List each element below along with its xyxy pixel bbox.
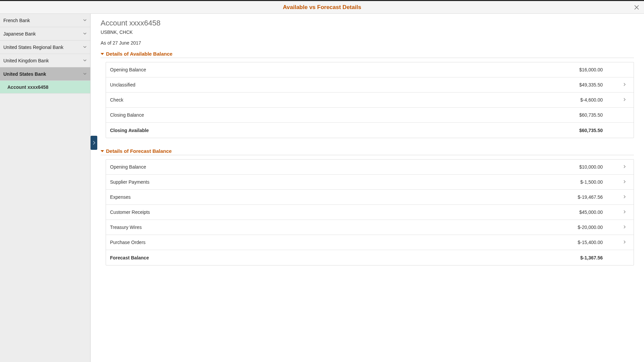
as-of-date: As of 27 June 2017 (101, 40, 634, 46)
row-value: $-4,600.00 (569, 97, 620, 103)
row-label: Supplier Payments (110, 179, 569, 185)
sidebar-bank-item[interactable]: French Bank (0, 14, 90, 27)
section-header-available[interactable]: Details of Available Balance (101, 51, 634, 58)
sidebar-collapse-handle[interactable] (91, 136, 97, 150)
chevron-right-icon (620, 179, 630, 185)
section-header-forecast[interactable]: Details of Forecast Balance (101, 148, 634, 155)
bank-label: French Bank (3, 18, 30, 23)
bank-label: United Kingdom Bank (3, 58, 49, 63)
chevron-down-icon (83, 71, 87, 77)
row-value: $-1,367.56 (569, 255, 620, 260)
section-title-forecast: Details of Forecast Balance (106, 148, 172, 154)
table-row[interactable]: Purchase Orders$-15,400.00 (106, 235, 634, 250)
available-table: Opening Balance$16,000.00Unclassified$49… (106, 62, 634, 138)
forecast-table: Opening Balance$10,000.00Supplier Paymen… (106, 159, 634, 265)
row-value: $45,000.00 (569, 209, 620, 215)
chevron-down-icon (83, 18, 87, 23)
sidebar-bank-item[interactable]: United Kingdom Bank (0, 54, 90, 67)
table-row[interactable]: Unclassified$49,335.50 (106, 77, 634, 93)
header: Available vs Forecast Details (0, 1, 644, 14)
page-title: Available vs Forecast Details (283, 4, 361, 11)
row-label: Expenses (110, 194, 569, 200)
container: French BankJapanese BankUnited States Re… (0, 14, 644, 362)
row-label: Closing Available (110, 128, 569, 133)
chevron-right-icon (620, 225, 630, 230)
bank-label: United States Bank (3, 71, 46, 77)
table-row: Opening Balance$16,000.00 (106, 62, 634, 77)
account-title: Account xxxx6458 (101, 19, 634, 27)
table-row[interactable]: Treasury Wires$-20,000.00 (106, 220, 634, 235)
row-value: $16,000.00 (569, 67, 620, 72)
close-button[interactable] (633, 3, 641, 11)
table-row: Forecast Balance$-1,367.56 (106, 250, 634, 265)
row-label: Customer Receipts (110, 209, 569, 215)
sidebar-account-item[interactable]: Account xxxx6458 (0, 81, 90, 94)
table-row: Closing Available$60,735.50 (106, 123, 634, 138)
row-value: $60,735.50 (569, 112, 620, 118)
row-value: $60,735.50 (569, 128, 620, 133)
row-value: $-15,400.00 (569, 240, 620, 245)
close-icon (634, 5, 639, 10)
chevron-right-icon (93, 141, 95, 145)
row-label: Unclassified (110, 82, 569, 87)
chevron-right-icon (620, 209, 630, 215)
chevron-right-icon (620, 164, 630, 170)
row-label: Check (110, 97, 569, 103)
table-row[interactable]: Supplier Payments$-1,500.00 (106, 175, 634, 190)
chevron-right-icon (620, 97, 630, 103)
table-row: Closing Balance$60,735.50 (106, 108, 634, 123)
row-label: Forecast Balance (110, 255, 569, 260)
row-label: Closing Balance (110, 112, 569, 118)
row-value: $-20,000.00 (569, 225, 620, 230)
account-subtitle: USBNK, CHCK (101, 29, 634, 35)
main-content: Account xxxx6458 USBNK, CHCK As of 27 Ju… (91, 14, 644, 362)
caret-down-icon (101, 53, 104, 55)
caret-down-icon (101, 150, 104, 152)
section-title-available: Details of Available Balance (106, 51, 172, 57)
row-label: Opening Balance (110, 164, 569, 170)
row-value: $49,335.50 (569, 82, 620, 87)
bank-label: United States Regional Bank (3, 45, 63, 50)
chevron-right-icon (620, 194, 630, 200)
chevron-right-icon (620, 240, 630, 245)
chevron-right-icon (620, 82, 630, 87)
sidebar-bank-item[interactable]: United States Regional Bank (0, 41, 90, 54)
table-row[interactable]: Opening Balance$10,000.00 (106, 160, 634, 175)
row-label: Treasury Wires (110, 225, 569, 230)
sidebar-bank-item[interactable]: Japanese Bank (0, 27, 90, 41)
chevron-down-icon (83, 45, 87, 50)
bank-label: Japanese Bank (3, 31, 36, 37)
row-label: Purchase Orders (110, 240, 569, 245)
chevron-down-icon (83, 31, 87, 37)
table-row[interactable]: Check$-4,600.00 (106, 93, 634, 108)
chevron-down-icon (83, 58, 87, 63)
row-value: $-19,467.56 (569, 194, 620, 200)
sidebar: French BankJapanese BankUnited States Re… (0, 14, 91, 362)
row-value: $-1,500.00 (569, 179, 620, 185)
table-row[interactable]: Expenses$-19,467.56 (106, 190, 634, 205)
row-value: $10,000.00 (569, 164, 620, 170)
row-label: Opening Balance (110, 67, 569, 72)
table-row[interactable]: Customer Receipts$45,000.00 (106, 205, 634, 220)
sidebar-bank-item[interactable]: United States Bank (0, 67, 90, 81)
